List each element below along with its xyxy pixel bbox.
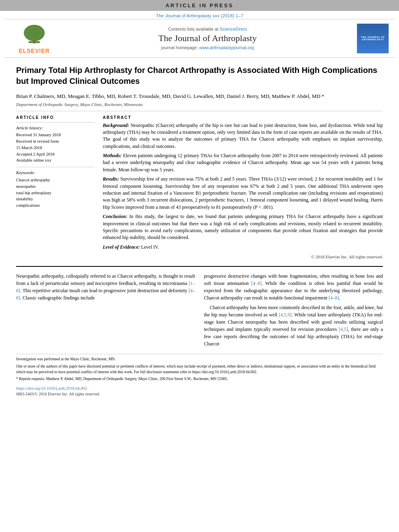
doi-url[interactable]: https://doi.org/10.1016/j.arth.2018.04.0… (16, 386, 87, 391)
available-online: Available online xxx (16, 157, 95, 164)
abstract-background: Background: Neuropathic (Charcot) arthro… (103, 122, 383, 150)
ref-45[interactable]: [4,5] (339, 326, 348, 332)
history-label: Article history: (16, 125, 95, 131)
keyword-1: Charcot arthropathy (16, 177, 95, 183)
body-col-right: progressive destructive changes with bon… (204, 272, 383, 350)
banner-text: ARTICLE IN PRESS (166, 2, 234, 8)
level-of-evidence: Level of Evidence: Level IV. (103, 244, 383, 251)
background-text: Neuropathic (Charcot) arthropathy of the… (103, 123, 383, 149)
abstract-label: ABSTRACT (103, 115, 383, 120)
conclusion-text: In this study, the largest to date, we f… (103, 214, 383, 240)
elsevier-logo: ELSEVIER (8, 23, 60, 54)
accepted-date: Accepted 2 April 2018 (16, 151, 95, 158)
body-col-left: Neuropathic arthropathy, colloquially re… (16, 272, 195, 350)
journal-logo-text: THE JOURNAL OF ARTHROPLASTY (359, 36, 387, 41)
authors-line: Brian P. Chalmers, MD, Meagan E. Tibbo, … (16, 92, 383, 100)
article-dates: Received 31 January 2018 Received in rev… (16, 132, 95, 164)
conclusion-label: Conclusion: (103, 214, 127, 219)
abstract-content: Background: Neuropathic (Charcot) arthro… (103, 122, 383, 261)
divider-top (16, 111, 383, 111)
issn-line: 0883-5403/© 2018 Elsevier Inc. All right… (16, 391, 383, 397)
background-label: Background: (103, 123, 129, 128)
main-content: Primary Total Hip Arthroplasty for Charc… (0, 58, 399, 401)
body-columns: Neuropathic arthropathy, colloquially re… (16, 272, 383, 350)
keywords-section: Keywords: Charcot arthropathy neuropathi… (16, 167, 95, 209)
ref-1-8[interactable]: [1–8] (16, 281, 195, 293)
body-para-1: Neuropathic arthropathy, colloquially re… (16, 272, 195, 301)
homepage-url[interactable]: www.arthroplastyjournal.org (199, 45, 254, 50)
doi-line[interactable]: https://doi.org/10.1016/j.arth.2018.04.0… (16, 385, 383, 391)
level-label: Level of Evidence: (103, 244, 140, 250)
keywords-list: Charcot arthropathy neuropathic total hi… (16, 177, 95, 209)
keywords-label: Keywords: (16, 170, 95, 176)
elsevier-tree-icon (16, 23, 52, 47)
ref-4-8a[interactable]: [4–8] (16, 288, 195, 301)
ref-4-8c[interactable]: [4–8] (328, 295, 339, 301)
methods-label: Methods: (103, 153, 122, 158)
abstract-conclusion: Conclusion: In this study, the largest t… (103, 213, 383, 241)
journal-center: Contents lists available at ScienceDirec… (60, 27, 355, 50)
journal-header: ELSEVIER Contents lists available at Sci… (4, 19, 395, 58)
received-date: Received 31 January 2018 (16, 132, 95, 138)
journal-meta-line: The Journal of Arthroplasty xxx (2018) 1… (0, 11, 399, 19)
ref-459[interactable]: [4,5,9] (279, 312, 292, 318)
copyright-line: © 2018 Elsevier Inc. All rights reserved… (103, 254, 383, 260)
abstract-column: ABSTRACT Background: Neuropathic (Charco… (103, 115, 383, 261)
svg-point-1 (24, 25, 45, 42)
keyword-4: instability (16, 196, 95, 202)
footnote-investigation: Investigation was performed at the Mayo … (16, 357, 383, 362)
keyword-5: complications (16, 202, 95, 209)
ref-4-8b[interactable]: [4–8] (251, 281, 262, 286)
results-text: Survivorship free of any revision was 75… (103, 176, 383, 210)
journal-logo-box: THE JOURNAL OF ARTHROPLASTY (357, 23, 389, 54)
elsevier-label: ELSEVIER (19, 48, 50, 54)
affiliation: Department of Orthopedic Surgery, Mayo C… (16, 102, 383, 107)
body-para-3: Charcot arthropathy has been more common… (204, 304, 383, 347)
journal-meta-text: The Journal of Arthroplasty xxx (2018) 1… (156, 13, 243, 18)
results-label: Results: (103, 176, 119, 182)
body-section: Neuropathic arthropathy, colloquially re… (16, 266, 383, 397)
corresponding-star: * (322, 94, 324, 99)
level-text: Level IV. (141, 244, 159, 250)
body-para-2: progressive destructive changes with bon… (204, 272, 383, 301)
authors-text: Brian P. Chalmers, MD, Meagan E. Tibbo, … (16, 93, 320, 99)
revised-date: 15 March 2018 (16, 145, 95, 151)
methods-text: Eleven patients undergoing 12 primary TH… (103, 153, 383, 172)
journal-title-header: The Journal of Arthroplasty (60, 33, 355, 44)
article-info-box: Article history: Received 31 January 201… (16, 122, 95, 209)
keyword-2: neuropathic (16, 183, 95, 190)
article-title: Primary Total Hip Arthroplasty for Charc… (16, 65, 383, 87)
journal-homepage-line: journal homepage: www.arthroplastyjourna… (60, 45, 355, 50)
info-abstract-columns: ARTICLE INFO Article history: Received 3… (16, 115, 383, 261)
revised-label: Received in revised form (16, 138, 95, 145)
article-info-column: ARTICLE INFO Article history: Received 3… (16, 115, 95, 261)
sciencedirect-link[interactable]: ScienceDirect (220, 27, 247, 31)
footnote-section: Investigation was performed at the Mayo … (16, 354, 383, 397)
footnote-reprint: * Reprint requests: Matthew P. Abdel, MD… (16, 376, 383, 382)
footnote-disclosure: One or more of the authors of this paper… (16, 364, 383, 375)
journal-logo-right: THE JOURNAL OF ARTHROPLASTY (355, 23, 391, 54)
keyword-3: total hip arthroplasty (16, 190, 95, 196)
svg-rect-2 (33, 40, 35, 43)
contents-line: Contents lists available at ScienceDirec… (60, 27, 355, 31)
article-in-press-banner: ARTICLE IN PRESS (0, 0, 399, 11)
abstract-results: Results: Survivorship free of any revisi… (103, 176, 383, 211)
article-info-label: ARTICLE INFO (16, 115, 95, 120)
abstract-methods: Methods: Eleven patients undergoing 12 p… (103, 152, 383, 173)
